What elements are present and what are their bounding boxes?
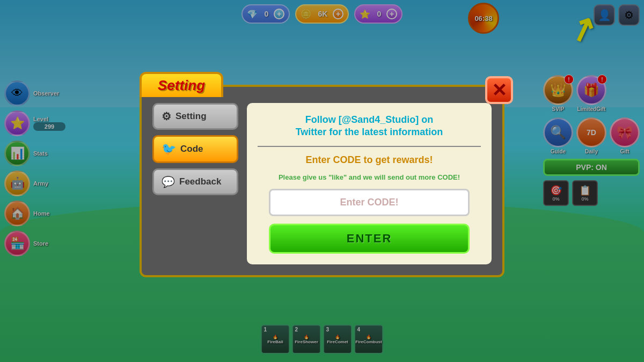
feedback-nav-icon: 💬 [162, 175, 175, 188]
setting-nav-icon: ⚙ [162, 110, 171, 123]
follow-text: Follow [@Sand4_Studio] onTwitter for the… [296, 114, 443, 139]
enter-button[interactable]: ENTER [269, 224, 470, 254]
enter-code-label: Enter CODE to get rewards! [305, 154, 433, 166]
nav-setting-button[interactable]: ⚙ Setting [152, 103, 238, 130]
dialog-nav: ⚙ Setting 🐦 Code 💬 Feedback [152, 103, 238, 265]
settings-dialog: Setting ✕ ⚙ Setting 🐦 Code [140, 85, 504, 278]
code-input[interactable] [269, 189, 470, 216]
divider [258, 146, 481, 147]
code-nav-icon: 🐦 [162, 142, 176, 156]
dialog-content: Follow [@Sand4_Studio] onTwitter for the… [247, 103, 492, 265]
close-icon: ✕ [492, 81, 507, 99]
modal-overlay: Setting ✕ ⚙ Setting 🐦 Code [0, 0, 644, 362]
setting-title: Setting [158, 77, 205, 93]
close-button[interactable]: ✕ [485, 76, 513, 104]
nav-code-button[interactable]: 🐦 Code [152, 135, 238, 163]
setting-nav-label: Setting [175, 111, 207, 122]
feedback-nav-label: Feedback [179, 176, 221, 187]
like-text: Please give us "like" and we will send o… [279, 173, 460, 181]
nav-feedback-button[interactable]: 💬 Feedback [152, 168, 238, 195]
code-nav-label: Code [180, 144, 203, 154]
dialog-inner: ⚙ Setting 🐦 Code 💬 Feedback Follow [@San… [152, 103, 492, 265]
setting-title-tab: Setting [140, 72, 223, 97]
